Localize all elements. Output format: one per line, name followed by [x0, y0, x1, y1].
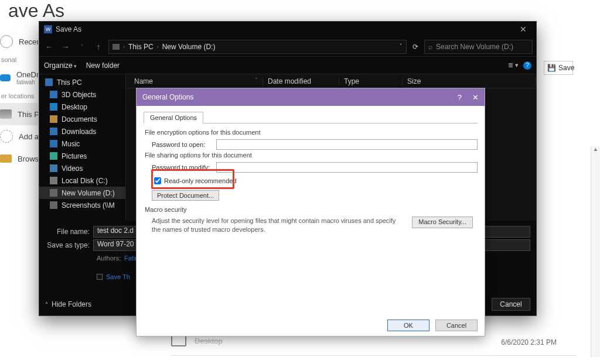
download-icon: [50, 128, 57, 135]
nav-up-icon[interactable]: ↑: [92, 42, 105, 51]
read-only-label: Read-only recommended: [164, 177, 237, 184]
crumb-volume[interactable]: New Volume (D:): [162, 43, 216, 51]
general-options-dialog: General Options ? ✕ General Options File…: [136, 88, 485, 336]
read-only-checkbox[interactable]: [154, 177, 161, 184]
dialog-titlebar: General Options ? ✕: [137, 88, 485, 106]
password-open-label: Password to open:: [152, 141, 216, 148]
date-modified: 6/6/2020 2:31 PM: [501, 338, 557, 346]
sharing-section-label: File sharing options for this document: [145, 152, 478, 159]
tree-3d-objects[interactable]: 3D Objects: [39, 88, 125, 101]
hide-folders-button[interactable]: ˄ Hide Folders: [45, 300, 91, 308]
col-date[interactable]: Date modified: [263, 77, 339, 85]
help-icon[interactable]: ?: [523, 61, 531, 70]
new-folder-button[interactable]: New folder: [86, 61, 120, 70]
tree-music[interactable]: Music: [39, 138, 125, 150]
refresh-icon[interactable]: ⟳: [410, 43, 421, 51]
folder-icon: [50, 115, 57, 123]
save-icon: 💾: [547, 64, 556, 72]
add-place-item[interactable]: Add a: [0, 125, 38, 147]
pc-icon: [0, 109, 12, 119]
dialog-titlebar: W Save As ✕: [39, 22, 536, 37]
col-size[interactable]: Size: [403, 77, 536, 85]
drive-icon: [50, 189, 57, 197]
col-type[interactable]: Type: [339, 77, 403, 85]
tab-general-options[interactable]: General Options: [144, 112, 203, 123]
browse-item[interactable]: Browse: [0, 147, 38, 170]
crumb-pc[interactable]: This PC: [128, 43, 154, 51]
password-open-field[interactable]: [216, 139, 478, 150]
encryption-section-label: File encryption options for this documen…: [145, 129, 478, 136]
disk-icon: [50, 177, 57, 184]
desktop-icon: [50, 103, 57, 111]
close-icon[interactable]: ✕: [515, 23, 531, 35]
ok-button[interactable]: OK: [387, 320, 429, 331]
read-only-checkbox-row[interactable]: Read-only recommended: [154, 177, 478, 184]
onedrive-icon: [0, 74, 11, 81]
scroll-up-icon[interactable]: ▲: [591, 146, 600, 154]
help-icon[interactable]: ?: [458, 93, 462, 102]
nav-tree: This PC 3D Objects Desktop Documents Dow…: [39, 74, 126, 221]
password-modify-field[interactable]: [216, 162, 478, 173]
tree-screenshots[interactable]: Screenshots (\\M: [39, 199, 125, 211]
save-type-label: Save as type:: [45, 241, 93, 249]
recent-item[interactable]: Recent: [0, 30, 38, 53]
this-pc-item[interactable]: This PC: [0, 103, 38, 125]
chevron-up-icon: ˄: [45, 301, 48, 308]
nav-forward-icon[interactable]: →: [59, 42, 72, 51]
nav-back-icon[interactable]: ←: [43, 42, 56, 51]
col-name[interactable]: Name ˄: [129, 77, 263, 85]
divider: [171, 355, 577, 356]
save-label: Save: [558, 64, 574, 72]
search-input[interactable]: ⌕ Search New Volume (D:): [424, 40, 533, 54]
macro-security-button[interactable]: Macro Security...: [412, 217, 473, 228]
pc-icon: [45, 78, 53, 86]
save-button[interactable]: 💾 Save: [544, 61, 573, 75]
organize-menu[interactable]: Organize▾: [44, 61, 77, 70]
tree-documents[interactable]: Documents: [39, 113, 125, 125]
protect-document-button[interactable]: Protect Document...: [152, 190, 219, 201]
list-item[interactable]: Desktop: [171, 335, 223, 346]
cube-icon: [50, 91, 57, 98]
tree-pictures[interactable]: Pictures: [39, 150, 125, 162]
authors-label: Authors:: [97, 255, 121, 262]
picture-icon: [50, 152, 57, 160]
breadcrumb[interactable]: › This PC › New Volume (D:) ˅: [108, 40, 407, 54]
cancel-button[interactable]: Cancel: [435, 320, 478, 331]
save-thumb-label: Save Th: [106, 273, 130, 280]
this-pc-label: This PC: [18, 110, 38, 119]
tree-downloads[interactable]: Downloads: [39, 125, 125, 138]
video-icon: [50, 164, 57, 172]
list-header: Name ˄ Date modified Type Size: [126, 74, 536, 88]
dialog-title: General Options: [142, 93, 193, 101]
onedrive-item[interactable]: OneDri fatiwah: [0, 67, 38, 89]
add-place-label: Add a: [19, 132, 38, 141]
tree-desktop[interactable]: Desktop: [39, 101, 125, 113]
tree-this-pc[interactable]: This PC: [39, 76, 125, 88]
onedrive-sub: fatiwah: [16, 79, 38, 85]
music-icon: [50, 140, 57, 147]
tree-new-volume[interactable]: New Volume (D:): [39, 187, 125, 199]
tree-videos[interactable]: Videos: [39, 162, 125, 174]
dialog-title: Save As: [56, 25, 81, 33]
network-icon: [50, 201, 57, 209]
chevron-down-icon[interactable]: ˅: [399, 43, 403, 51]
clock-icon: [0, 35, 13, 48]
password-modify-label: Password to modify:: [152, 164, 216, 171]
macro-section-label: Macro security: [145, 206, 478, 213]
file-name-label: File name:: [45, 228, 93, 236]
save-thumbnail-checkbox[interactable]: [97, 274, 103, 280]
tree-local-disk[interactable]: Local Disk (C:): [39, 174, 125, 187]
search-placeholder: Search New Volume (D:): [436, 43, 513, 51]
word-icon: W: [44, 25, 52, 33]
personal-heading: sonal: [0, 53, 38, 67]
cancel-button[interactable]: Cancel: [492, 298, 530, 311]
nav-history-icon[interactable]: ˅: [76, 44, 88, 50]
scrollbar[interactable]: ▲: [591, 146, 600, 357]
plus-icon: [0, 130, 13, 143]
folder-icon: [0, 154, 12, 163]
macro-description: Adjust the security level for opening fi…: [152, 217, 405, 234]
close-icon[interactable]: ✕: [472, 93, 479, 102]
view-menu[interactable]: ≣ ▾: [508, 61, 519, 69]
browse-label: Browse: [18, 154, 38, 163]
folder-icon: [171, 335, 186, 346]
